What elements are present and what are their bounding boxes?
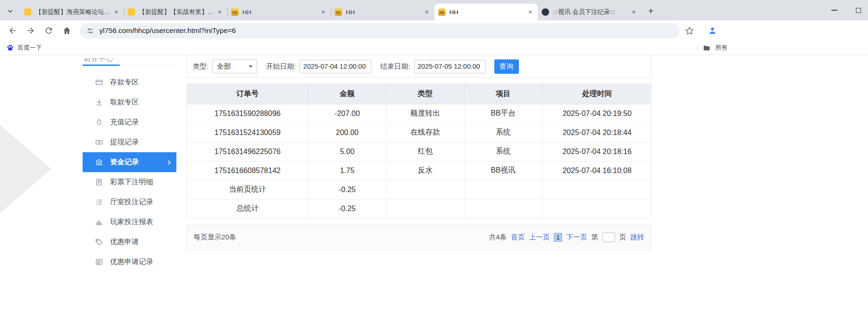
- table-cell: 1751616608578142: [187, 161, 308, 180]
- records-table-panel: 订单号金额类型项目处理时间 1751631590288096-207.00额度转…: [187, 84, 651, 219]
- table-cell: -0.25: [308, 199, 386, 218]
- current-page-indicator[interactable]: 1: [554, 233, 562, 242]
- maximize-button[interactable]: [853, 5, 863, 15]
- type-label: 类型:: [193, 62, 208, 71]
- table-row: 总统计-0.25: [187, 199, 652, 218]
- sidebar-item-list[interactable]: 厅室投注记录: [83, 192, 176, 212]
- sidebar-item-recharge[interactable]: 充值记录: [83, 112, 176, 132]
- sidebar-item-funds[interactable]: 资金记录›: [83, 152, 176, 172]
- sidebar-item-cash[interactable]: 提现记录: [83, 132, 176, 152]
- browser-tab[interactable]: hhHH×: [331, 4, 434, 20]
- table-cell: BB视讯: [464, 161, 542, 180]
- sidebar-section-title-clipped: 财务中心: [84, 58, 125, 64]
- pagination-controls: 共4条 首页 上一页 1 下一页 第 页 跳转: [489, 232, 644, 242]
- tab-close-icon[interactable]: ×: [319, 8, 327, 16]
- site-info-icon[interactable]: [86, 27, 94, 35]
- first-page-link[interactable]: 首页: [511, 233, 525, 242]
- profile-avatar-icon[interactable]: [706, 25, 719, 37]
- tab-title: HH: [242, 9, 316, 16]
- bookmark-item-baidu[interactable]: 百度一下: [6, 44, 42, 52]
- browser-tab[interactable]: :::视讯 会员下注纪录:::×: [538, 4, 641, 20]
- address-bar[interactable]: yl756.com/hhcp/usercenter.html?iniType=6: [80, 23, 680, 39]
- bookmarks-bar: 百度一下 所有: [0, 41, 868, 55]
- forum-favicon-icon: [128, 8, 135, 16]
- bookmark-star-icon[interactable]: [685, 26, 694, 35]
- table-cell: 2025-07-04 20:18:44: [542, 123, 652, 142]
- next-page-link[interactable]: 下一页: [566, 233, 587, 242]
- sidebar-item-label: 充值记录: [110, 117, 139, 127]
- background-watermark: [0, 125, 51, 213]
- withdraw-icon: [95, 98, 103, 106]
- sidebar-menu: 存款专区取款专区充值记录提现记录资金记录›彩票下注明细厅室投注记录玩家投注报表优…: [83, 72, 176, 272]
- video-favicon-icon: [542, 8, 549, 16]
- pagination-bar: 每页显示20条 共4条 首页 上一页 1 下一页 第 页 跳转: [187, 225, 651, 250]
- sidebar-item-withdraw[interactable]: 取款专区: [83, 92, 176, 112]
- hh-favicon-icon: hh: [231, 8, 239, 16]
- table-cell: [386, 180, 464, 199]
- table-cell: [542, 180, 652, 199]
- sidebar-item-promo[interactable]: 优惠申请: [83, 232, 176, 252]
- tab-close-icon[interactable]: ×: [423, 8, 431, 16]
- tab-close-icon[interactable]: ×: [630, 8, 638, 16]
- table-header-row: 订单号金额类型项目处理时间: [187, 84, 652, 104]
- browser-tab-strip: 【新提醒】海燕策略论坛...×【新提醒】【实战有奖】...×hhHH×hhHH×…: [0, 0, 868, 20]
- browser-tab[interactable]: 【新提醒】海燕策略论坛...×: [20, 4, 124, 20]
- sidebar-item-doc-list[interactable]: 彩票下注明细: [83, 172, 176, 192]
- sidebar-item-chart[interactable]: 玩家投注报表: [83, 212, 176, 232]
- browser-tab[interactable]: hhHH×: [227, 4, 331, 20]
- tab-title: :::视讯 会员下注纪录:::: [553, 8, 627, 16]
- end-date-input[interactable]: [414, 60, 486, 73]
- browser-tab[interactable]: hhHH×: [434, 4, 538, 20]
- table-cell: -0.25: [308, 180, 386, 199]
- filter-panel: 类型: 全部 开始日期: 结束日期: 查询: [187, 55, 651, 78]
- sidebar-item-label: 玩家投注报表: [110, 217, 153, 227]
- baidu-paw-icon: [6, 44, 14, 52]
- url-text: yl756.com/hhcp/usercenter.html?iniType=6: [99, 26, 236, 35]
- table-row: 17516166085781421.75反水BB视讯2025-07-04 16:…: [187, 161, 652, 180]
- table-cell: 反水: [386, 161, 464, 180]
- table-header-cell: 金额: [308, 84, 386, 104]
- chevron-down-icon: [249, 65, 253, 68]
- new-tab-button[interactable]: +: [644, 5, 657, 18]
- search-button[interactable]: 查询: [494, 59, 519, 74]
- sidebar: 财务中心 存款专区取款专区充值记录提现记录资金记录›彩票下注明细厅室投注记录玩家…: [83, 55, 176, 272]
- promo-icon: [95, 238, 103, 246]
- tab-title: 【新提醒】海燕策略论坛...: [35, 8, 109, 16]
- folder-icon: [703, 44, 711, 52]
- table-cell: 额度转出: [386, 104, 464, 123]
- sidebar-item-label: 优惠申请记录: [110, 257, 153, 267]
- table-cell: -207.00: [308, 104, 386, 123]
- tab-search-chevron-icon[interactable]: [6, 6, 15, 16]
- forward-button[interactable]: [23, 23, 39, 39]
- list-icon: [95, 198, 103, 206]
- table-row: 17516314962250765.00红包系统2025-07-04 20:18…: [187, 142, 652, 161]
- sidebar-item-label: 厅室投注记录: [110, 197, 153, 207]
- jump-page-input[interactable]: [602, 232, 615, 242]
- sidebar-item-label: 彩票下注明细: [110, 177, 153, 187]
- start-date-input[interactable]: [299, 60, 371, 73]
- back-button[interactable]: [5, 23, 20, 39]
- per-page-text: 每页显示20条: [194, 233, 236, 242]
- sidebar-item-bank-card[interactable]: 存款专区: [83, 72, 176, 92]
- sidebar-item-label: 优惠申请: [110, 237, 139, 247]
- tab-close-icon[interactable]: ×: [112, 8, 120, 16]
- all-bookmarks-group[interactable]: 所有: [698, 41, 727, 55]
- browser-tab[interactable]: 【新提醒】【实战有奖】...×: [124, 4, 227, 20]
- type-select-value: 全部: [217, 62, 231, 71]
- main-content: 类型: 全部 开始日期: 结束日期: 查询 订单号金额类型项目处理时间: [187, 55, 651, 250]
- home-button[interactable]: [59, 23, 75, 39]
- type-select[interactable]: 全部: [212, 59, 257, 73]
- prev-page-link[interactable]: 上一页: [529, 233, 550, 242]
- table-cell: 1.75: [308, 161, 386, 180]
- cash-icon: [95, 138, 103, 146]
- jump-button[interactable]: 跳转: [630, 233, 644, 242]
- sidebar-item-promo-list[interactable]: 优惠申请记录: [83, 252, 176, 272]
- total-count-text: 共4条: [489, 233, 506, 242]
- refresh-button[interactable]: [41, 23, 57, 39]
- minimize-button[interactable]: [829, 5, 839, 15]
- table-cell: 当前页统计: [187, 180, 308, 199]
- tab-close-icon[interactable]: ×: [526, 8, 534, 16]
- table-row: 1751631590288096-207.00额度转出BB平台2025-07-0…: [187, 104, 652, 123]
- tab-close-icon[interactable]: ×: [216, 8, 224, 16]
- recharge-icon: [95, 118, 103, 126]
